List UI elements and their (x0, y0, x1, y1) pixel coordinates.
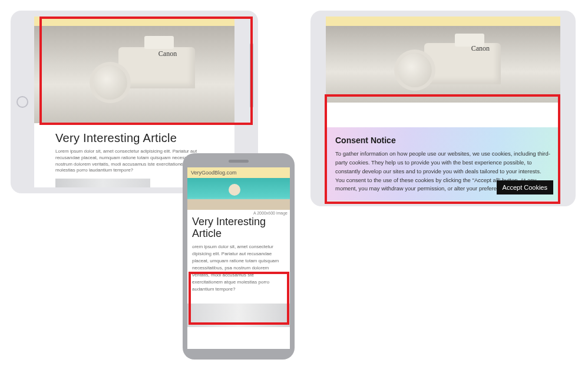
phone-speaker (229, 160, 249, 163)
hero-pier-shape (187, 199, 290, 210)
lcp-highlight-phone (189, 272, 289, 325)
inline-image-thumb (55, 179, 150, 187)
hero-image-beach (187, 178, 290, 210)
camera-brand-label: Canon (471, 44, 490, 53)
image-caption: A 2000x600 image (187, 210, 290, 215)
article-title: Very Interesting Article (55, 131, 213, 145)
lcp-highlight-left (39, 17, 253, 125)
hero-image-camera: Canon (326, 26, 560, 103)
header-bar (326, 17, 560, 26)
hero-cyclist-shape (229, 184, 240, 196)
lcp-highlight-right (325, 94, 560, 204)
site-url: VeryGoodBlog.com (191, 170, 237, 176)
phone-device: VeryGoodBlog.com A 2000x600 image Very I… (183, 153, 295, 360)
article-title: Very Interesting Article (187, 215, 290, 241)
tablet-home-button[interactable] (16, 96, 28, 108)
camera-lens-shape (398, 53, 432, 87)
header-bar: VeryGoodBlog.com (187, 167, 290, 178)
